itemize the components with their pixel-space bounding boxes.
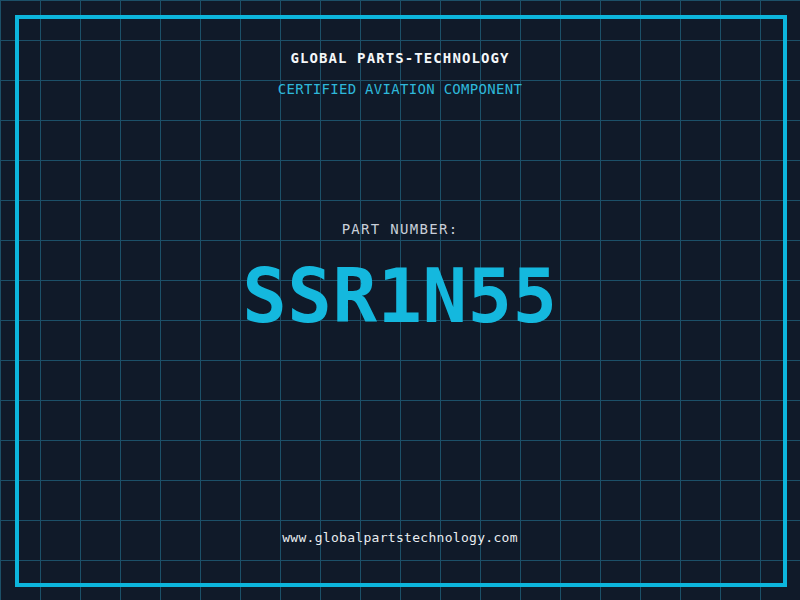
website-url: www.globalpartstechnology.com [0,531,800,544]
part-number-label: PART NUMBER: [0,222,800,236]
part-number-value: SSR1N55 [0,259,800,333]
certification-subtitle: CERTIFIED AVIATION COMPONENT [0,82,800,96]
company-title: GLOBAL PARTS-TECHNOLOGY [0,51,800,65]
